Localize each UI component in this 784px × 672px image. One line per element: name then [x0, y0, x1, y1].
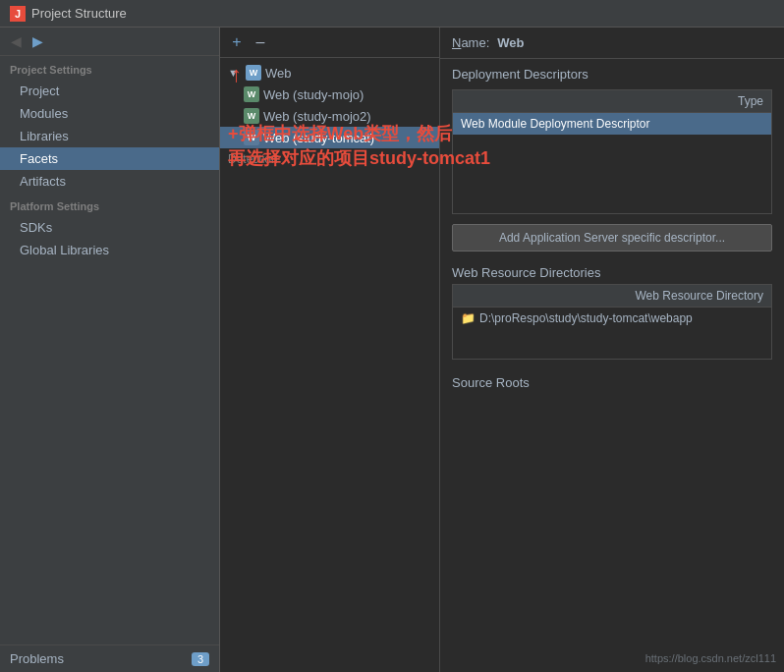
content-panel: + – ▼ W Web W Web (study-mojo) W Web (st…	[220, 28, 440, 672]
name-value: Web	[497, 35, 524, 50]
deployment-table-header: Type	[453, 90, 771, 113]
remove-button[interactable]: –	[252, 33, 269, 51]
web-resource-header: Web Resource Directory	[453, 285, 771, 308]
detection-label: Detection	[220, 148, 439, 170]
sidebar-item-global-libraries[interactable]: Global Libraries	[0, 239, 219, 261]
web-resource-table: Web Resource Directory 📁 D:\proRespo\stu…	[452, 284, 772, 360]
deployment-table-row[interactable]: Web Module Deployment Descriptor	[453, 113, 771, 135]
sidebar: ◀ ▶ Project Settings Project Modules Lib…	[0, 28, 220, 672]
deployment-section: Deployment Descriptors	[440, 59, 784, 89]
tree-child-mojo2[interactable]: W Web (study-mojo2)	[220, 105, 439, 127]
tree-root-web[interactable]: ▼ W Web	[220, 62, 439, 84]
add-descriptor-button[interactable]: Add Application Server specific descript…	[452, 224, 772, 252]
main-layout: ◀ ▶ Project Settings Project Modules Lib…	[0, 28, 784, 672]
web-child2-icon: W	[244, 108, 259, 124]
platform-settings-label: Platform Settings	[0, 193, 219, 216]
tree-child-mojo[interactable]: W Web (study-mojo)	[220, 84, 439, 105]
back-arrow[interactable]: ◀	[8, 33, 24, 49]
tree-area: ▼ W Web W Web (study-mojo) W Web (study-…	[220, 58, 439, 672]
name-row: Name: Web	[440, 28, 784, 59]
expand-icon: ▼	[228, 67, 244, 79]
web-resource-section: Web Resource Directories Web Resource Di…	[440, 261, 784, 364]
deployment-table: Type Web Module Deployment Descriptor	[452, 89, 772, 214]
app-icon: J	[10, 6, 26, 22]
tree-child-mojo-label: Web (study-mojo)	[263, 87, 364, 102]
sidebar-item-facets[interactable]: Facets	[0, 147, 219, 170]
problems-label[interactable]: Problems	[10, 651, 64, 666]
sidebar-item-sdks[interactable]: SDKs	[0, 216, 219, 239]
web-child-icon: W	[244, 86, 259, 102]
problems-badge: 3	[192, 652, 209, 666]
sidebar-item-modules[interactable]: Modules	[0, 102, 219, 125]
web-resource-label: Web Resource Directories	[452, 265, 772, 280]
name-label: Name:	[452, 35, 489, 50]
title-bar: J Project Structure	[0, 0, 784, 28]
source-roots-label: Source Roots	[440, 371, 784, 394]
sidebar-nav: ◀ ▶	[0, 28, 219, 56]
content-toolbar: + –	[220, 28, 439, 58]
folder-icon: 📁	[461, 311, 476, 325]
tree-child-tomcat[interactable]: W Web (study-tomcat)	[220, 127, 439, 148]
web-resource-row[interactable]: 📁 D:\proRespo\study\study-tomcat\webapp	[453, 308, 771, 329]
forward-arrow[interactable]: ▶	[29, 33, 45, 49]
web-icon: W	[246, 65, 261, 81]
right-panel: Name: Web Deployment Descriptors Type We…	[440, 28, 784, 672]
add-button[interactable]: +	[228, 33, 246, 51]
sidebar-bottom: Problems 3	[0, 644, 219, 672]
window-title: Project Structure	[31, 6, 127, 21]
web-resource-path: D:\proRespo\study\study-tomcat\webapp	[479, 311, 693, 325]
sidebar-item-libraries[interactable]: Libraries	[0, 125, 219, 147]
web-child3-icon: W	[244, 130, 259, 145]
tree-child-tomcat-label: Web (study-tomcat)	[263, 131, 374, 145]
deployment-title: Deployment Descriptors	[452, 67, 772, 82]
tree-child-mojo2-label: Web (study-mojo2)	[263, 109, 371, 124]
sidebar-item-artifacts[interactable]: Artifacts	[0, 170, 219, 193]
project-settings-label: Project Settings	[0, 56, 219, 80]
tree-root-label: Web	[265, 66, 292, 81]
sidebar-item-project[interactable]: Project	[0, 80, 219, 102]
